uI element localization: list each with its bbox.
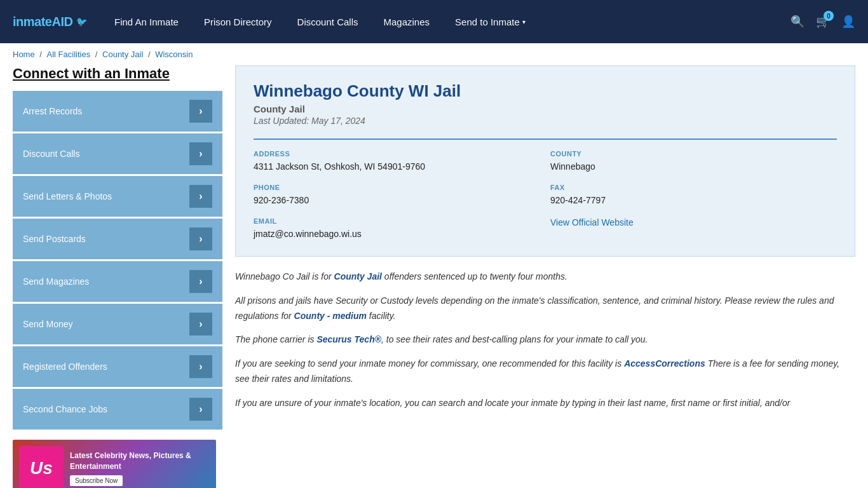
access-corrections-link[interactable]: AccessCorrections [624,358,705,369]
arrow-icon: › [189,398,212,421]
county-label: COUNTY [550,150,837,158]
main-content: Winnebago County WI Jail County Jail Las… [235,65,855,488]
email-value: jmatz@co.winnebago.wi.us [254,227,540,241]
ad-logo: Us [19,446,64,488]
arrow-icon: › [189,142,212,165]
county-value: Winnebago [550,160,837,173]
arrow-icon: › [189,313,212,336]
breadcrumb-wisconsin[interactable]: Wisconsin [155,50,193,59]
sidebar-menu: Arrest Records › Discount Calls › Send L… [13,91,222,430]
phone-value: 920-236-7380 [254,194,540,207]
address-value: 4311 Jackson St, Oshkosh, WI 54901-9760 [254,160,540,173]
ad-content: Latest Celebrity News, Pictures & Entert… [70,451,210,487]
logo-bird-icon: 🐦 [76,17,87,27]
nav-magazines[interactable]: Magazines [383,17,430,27]
facility-type: County Jail [254,104,837,114]
nav-prison-directory[interactable]: Prison Directory [204,17,272,27]
breadcrumb-home[interactable]: Home [13,50,35,59]
facility-info-grid: ADDRESS 4311 Jackson St, Oshkosh, WI 549… [254,139,837,241]
desc-paragraph-4: If you are seeking to send your inmate m… [235,356,855,387]
county-group: COUNTY Winnebago [550,150,837,173]
phone-group: PHONE 920-236-7380 [254,184,540,207]
facility-name: Winnebago County WI Jail [254,81,837,101]
sidebar-item-send-money[interactable]: Send Money › [13,304,222,344]
arrow-icon: › [189,100,212,123]
main-nav: Find An Inmate Prison Directory Discount… [114,17,771,27]
sidebar-item-send-postcards[interactable]: Send Postcards › [13,219,222,259]
site-header: inmateAID 🐦 Find An Inmate Prison Direct… [0,0,868,43]
fax-label: FAX [550,184,837,191]
website-group: View Official Website [550,217,837,241]
nav-send-to-inmate[interactable]: Send to Inmate ▾ [455,17,526,27]
desc-paragraph-1: Winnebago Co Jail is for County Jail off… [235,269,855,285]
desc-paragraph-2: All prisons and jails have Security or C… [235,294,855,324]
nav-discount-calls[interactable]: Discount Calls [297,17,358,27]
breadcrumb-sep-2: / [95,50,100,59]
search-icon[interactable]: 🔍 [790,15,804,29]
facility-description: Winnebago Co Jail is for County Jail off… [235,269,855,411]
sidebar-advertisement: Us Latest Celebrity News, Pictures & Ent… [13,440,222,488]
securus-tech-link[interactable]: Securus Tech® [316,334,381,344]
sidebar-item-registered-offenders[interactable]: Registered Offenders › [13,346,222,387]
email-group: EMAIL jmatz@co.winnebago.wi.us [254,217,540,241]
county-jail-link[interactable]: County Jail [334,271,382,281]
sidebar-item-send-letters[interactable]: Send Letters & Photos › [13,176,222,217]
breadcrumb: Home / All Facilities / County Jail / Wi… [0,43,868,65]
user-icon[interactable]: 👤 [841,15,855,29]
phone-label: PHONE [254,184,540,191]
header-icons: 🔍 🛒 0 👤 [790,15,855,29]
address-group: ADDRESS 4311 Jackson St, Oshkosh, WI 549… [254,150,540,173]
county-medium-link[interactable]: County - medium [294,311,367,321]
email-label: EMAIL [254,217,540,225]
sidebar: Connect with an Inmate Arrest Records › … [13,65,222,488]
breadcrumb-all-facilities[interactable]: All Facilities [47,50,91,59]
breadcrumb-county-jail[interactable]: County Jail [102,50,143,59]
sidebar-item-arrest-records[interactable]: Arrest Records › [13,91,222,132]
arrow-icon: › [189,355,212,378]
breadcrumb-sep-3: / [148,50,153,59]
ad-box[interactable]: Us Latest Celebrity News, Pictures & Ent… [13,440,216,488]
address-label: ADDRESS [254,150,540,158]
arrow-icon: › [189,227,212,250]
sidebar-item-discount-calls[interactable]: Discount Calls › [13,133,222,174]
view-official-website-link[interactable]: View Official Website [550,217,634,227]
facility-card: Winnebago County WI Jail County Jail Las… [235,65,855,257]
arrow-icon: › [189,185,212,208]
ad-subscribe-button[interactable]: Subscribe Now [70,475,123,486]
desc-paragraph-3: The phone carrier is Securus Tech®, to s… [235,332,855,348]
logo[interactable]: inmateAID 🐦 [13,15,95,29]
sidebar-title: Connect with an Inmate [13,65,222,82]
desc-paragraph-5: If you are unsure of your inmate's locat… [235,396,855,411]
facility-updated: Last Updated: May 17, 2024 [254,116,837,126]
dropdown-arrow-icon: ▾ [522,18,526,25]
main-layout: Connect with an Inmate Arrest Records › … [0,65,868,488]
fax-group: FAX 920-424-7797 [550,184,837,207]
cart-badge: 0 [824,11,834,21]
sidebar-item-send-magazines[interactable]: Send Magazines › [13,261,222,302]
fax-value: 920-424-7797 [550,194,837,207]
breadcrumb-sep-1: / [39,50,44,59]
nav-find-inmate[interactable]: Find An Inmate [114,17,179,27]
sidebar-item-second-chance-jobs[interactable]: Second Chance Jobs › [13,389,222,430]
cart-icon[interactable]: 🛒 0 [816,15,830,29]
logo-text: inmateAID [13,15,72,29]
arrow-icon: › [189,270,212,293]
